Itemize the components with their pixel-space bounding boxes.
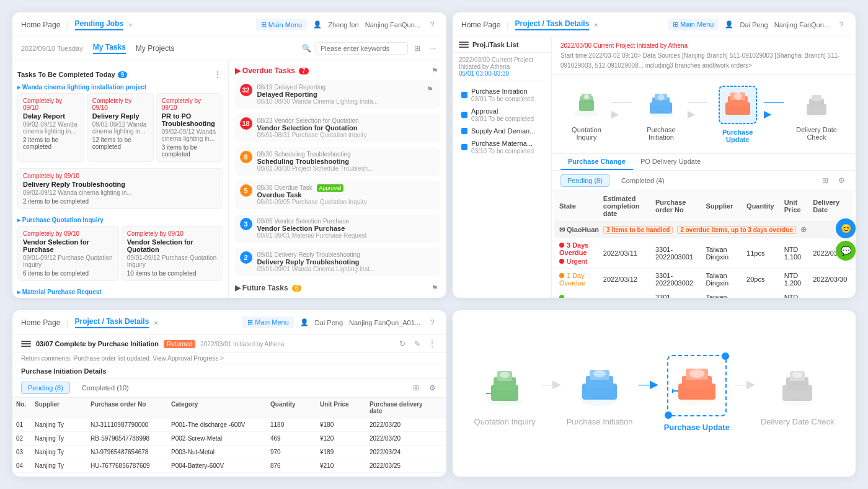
tab-home[interactable]: Home Page: [21, 20, 60, 29]
start-time-link[interactable]: 05/01 03:00-03:30: [459, 70, 509, 77]
bl-help-icon[interactable]: ?: [427, 317, 438, 328]
bl-table-header: No. Supplier Purchase order No Category …: [12, 398, 446, 418]
filter-icon[interactable]: ⊞: [412, 43, 423, 54]
bl-td-order: HU-76776856787609: [87, 459, 167, 472]
hamburger-icon[interactable]: [459, 42, 469, 48]
bl-table-icon[interactable]: ⊞: [410, 382, 422, 393]
task-deadline: Completely by 09/10: [92, 97, 148, 111]
wv-quotation-icon: [480, 361, 529, 411]
table-row[interactable]: 3 Days Overdue Urgent 2022/03/11 3301-20…: [554, 238, 853, 269]
task-card[interactable]: Completely by 09/10 Delay Report 09/02-0…: [17, 93, 84, 162]
org-name-right: Nanjing FanQun...: [774, 21, 830, 29]
tab-close-right-icon[interactable]: ×: [594, 21, 598, 29]
main-menu-right-button[interactable]: ⊞ Main Menu: [668, 19, 719, 30]
expand-group-icon[interactable]: ⊕: [798, 224, 809, 235]
avatar-chat-button[interactable]: 😊: [836, 218, 856, 238]
bl-table-row[interactable]: 02 Nanjing Ty RB-59796547788998 P002-Scr…: [12, 432, 446, 446]
chat-bubble-button[interactable]: 💬: [836, 241, 856, 261]
bl-tab-close-icon[interactable]: ×: [154, 319, 157, 326]
task-subtitle: 09/02-09/12 Wanda cinema lighting in...: [23, 121, 79, 135]
bl-td-delivery: 2022/03/28: [366, 473, 434, 477]
edit-icon[interactable]: ✎: [412, 338, 423, 349]
main-menu-button[interactable]: ⊞ Main Menu: [256, 19, 307, 30]
proj-item-purchase-init[interactable]: Purchase Initiation 03/01 To be complete…: [458, 85, 546, 105]
overdue-badge: 2 overdue items, up to 3 days overdue: [677, 226, 796, 234]
task-card[interactable]: Completely by 09/10 PR to PO Troubleshoo…: [156, 93, 223, 162]
tasks-count: 9: [118, 71, 128, 78]
search-icon: 🔍: [302, 44, 311, 53]
proj-item-approval[interactable]: Approval 03/01 To be completed: [458, 105, 546, 125]
bl-tab-project[interactable]: Project / Task Details: [75, 317, 149, 328]
panel-body: Tasks To Be Completed Today 9 ⋮ ▸ Wanda …: [12, 60, 446, 298]
tab-pending-jobs[interactable]: Pending Jobs: [75, 19, 124, 30]
more-icon[interactable]: ···: [427, 43, 438, 54]
task-info: 09/05 Vendor Selection Purchase Vendor S…: [257, 218, 367, 239]
task-info: 08/30 Scheduling Troubleshooting Schedul…: [257, 151, 373, 172]
proj-item-purchase-maint[interactable]: Purchase Materna... 03/10 To be complete…: [458, 137, 546, 157]
tab-purchase-change[interactable]: Purchase Change: [560, 154, 633, 170]
bl-th-category: Category: [167, 398, 267, 418]
bl-th-no: No.: [12, 398, 31, 418]
task-card[interactable]: Completely by 09/10 Vendor Selection for…: [122, 226, 223, 281]
settings-icon[interactable]: ⚙: [836, 175, 847, 186]
help-icon[interactable]: ?: [427, 19, 438, 30]
task-card[interactable]: Completely by 09/10 Delivery Reply 09/02…: [87, 93, 154, 162]
user-name: Zheng fen: [328, 21, 359, 29]
future-item[interactable]: 3 09/30 Overdue Task Troubleshooting Ove…: [235, 297, 441, 298]
overdue-item[interactable]: 32 08/19 Delayed Reporting Delayed Repor…: [235, 80, 441, 109]
overdue-item[interactable]: 8 08/30 Scheduling Troubleshooting Sched…: [235, 147, 441, 176]
overdue-item[interactable]: 18 08/23 Vendor Selection for Quotation …: [235, 114, 441, 142]
table-row[interactable]: 1 Day Overdue 2022/03/12 3301-2022003002…: [554, 269, 853, 290]
bl-tab-home[interactable]: Home Page: [21, 318, 60, 327]
flag-future-icon[interactable]: ⚑: [429, 282, 440, 294]
bl-pending-tab[interactable]: Pending (8): [21, 382, 70, 394]
pending-tab[interactable]: Pending (8): [560, 174, 609, 187]
wv-arrow-2: —▶: [639, 377, 658, 410]
completed-tab[interactable]: Completed (4): [614, 174, 671, 187]
tasks-today-title: Tasks To Be Completed Today 9 ⋮: [17, 69, 223, 80]
tab-home-right[interactable]: Home Page: [461, 20, 500, 29]
bl-td-category: P003-Nut-Metal: [167, 446, 267, 459]
bl-completed-tab[interactable]: Completed (10): [75, 382, 136, 394]
flag-item-icon[interactable]: ⚑: [424, 84, 435, 95]
search-input[interactable]: [315, 42, 408, 55]
bl-table-row[interactable]: 04 Nanjing Ty HU-76776856787609 P004-Bat…: [12, 459, 446, 473]
bl-table-row[interactable]: 03 Nanjing Ty NJ-97965487654678 P003-Nut…: [12, 446, 446, 459]
table-row[interactable]: Underway 2022/03/13 3301-2022003003 Taiw…: [554, 290, 853, 298]
help-icon-right[interactable]: ?: [836, 19, 847, 30]
search-box: 🔍 ⊞ ···: [302, 42, 438, 55]
task-card[interactable]: Completely by 09/10 Delivery Reply Troub…: [17, 168, 223, 209]
bl-td-supplier: Nanjing Ty: [31, 446, 87, 459]
proj-item-supply[interactable]: Supply And Deman...: [458, 125, 546, 137]
overdue-item[interactable]: 3 09/05 Vendor Selection Purchase Vendor…: [235, 214, 441, 243]
overdue-item[interactable]: 5 08/30 Overdue Task Approval Overdue Ta…: [235, 181, 441, 209]
more-actions-icon[interactable]: ⋮: [427, 338, 438, 349]
proj-date-info: 2022/03/00 Current Project Initiated by …: [453, 53, 551, 81]
wv-label-purchase-init: Purchase Initiation: [567, 417, 633, 426]
refresh-icon[interactable]: ↻: [397, 338, 408, 349]
svg-point-9: [658, 94, 664, 101]
bl-hamburger-icon[interactable]: [21, 341, 31, 347]
arrow-2: ——▶: [688, 97, 711, 132]
table-view-icon[interactable]: ⊞: [820, 175, 831, 186]
task-info: 08/23 Vendor Selection for Quotation Ven…: [257, 117, 367, 138]
bl-td-price: ¥120: [316, 432, 366, 445]
task-num: 5: [240, 184, 252, 197]
tab-project-details[interactable]: Project / Task Details: [515, 19, 590, 30]
my-projects-tab[interactable]: My Projects: [136, 44, 175, 53]
tab-po-delivery[interactable]: PO Delivery Update: [633, 154, 708, 170]
my-tasks-tab[interactable]: My Tasks: [93, 43, 126, 54]
bl-settings-icon[interactable]: ⚙: [427, 382, 438, 393]
svg-point-0: [574, 110, 599, 117]
expand-icon[interactable]: ⋮: [212, 69, 223, 80]
overdue-item[interactable]: 2 09/01 Delivery Reply Troubleshooting D…: [235, 248, 441, 276]
svg-point-24: [500, 372, 510, 378]
left-panel-header: Home Page | Pending Jobs × ⊞ Main Menu 👤…: [12, 12, 446, 37]
bl-main-menu-button[interactable]: ⊞ Main Menu: [242, 316, 293, 328]
tab-close-icon[interactable]: ×: [128, 21, 132, 29]
task-card[interactable]: Completely by 09/10 Vendor Selection for…: [17, 226, 119, 281]
bl-table-row[interactable]: 05 Wuxi Cg DK-97965487654678 P005-PVC Gu…: [12, 473, 446, 477]
flag-icon[interactable]: ⚑: [429, 65, 440, 76]
bl-td-category: P001-The discharge -600V: [167, 418, 267, 431]
bl-table-row[interactable]: 01 Nanjing Ty NJ-31110987790000 P001-The…: [12, 418, 446, 432]
